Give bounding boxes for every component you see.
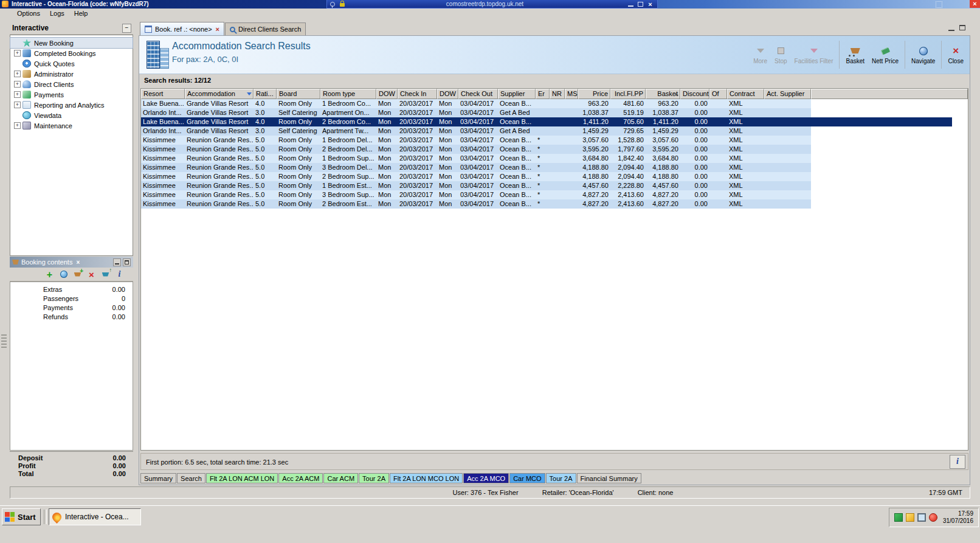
expand-icon[interactable]: +: [14, 71, 21, 77]
navigate-button[interactable]: Navigate: [908, 46, 939, 64]
table-row[interactable]: KissimmeeReunion Grande Res...5.0Room On…: [141, 199, 811, 209]
pin-icon[interactable]: [330, 2, 335, 7]
table-row[interactable]: KissimmeeReunion Grande Res...5.0Room On…: [141, 163, 811, 172]
table-row[interactable]: KissimmeeReunion Grande Res...5.0Room On…: [141, 190, 811, 199]
facilities-filter-button[interactable]: Facilities Filter: [791, 46, 837, 64]
close-panel-icon[interactable]: ×: [76, 259, 80, 266]
nett-price-button[interactable]: Nett Price: [868, 46, 902, 64]
bottom-tab-acc-2a-mco[interactable]: Acc 2A MCO: [463, 473, 509, 483]
session-close-button[interactable]: ×: [970, 0, 980, 8]
expand-icon[interactable]: +: [14, 102, 21, 108]
expand-icon[interactable]: +: [14, 81, 21, 88]
sidebar-item-reporting-and-analytics[interactable]: +Reporting and Analytics: [10, 100, 133, 110]
bottom-tab-search[interactable]: Search: [177, 473, 205, 483]
expand-icon[interactable]: +: [14, 122, 21, 129]
table-row[interactable]: KissimmeeReunion Grande Res...5.0Room On…: [141, 136, 811, 145]
column-header-basket[interactable]: Basket: [646, 89, 680, 99]
table-row[interactable]: KissimmeeReunion Grande Res...5.0Room On…: [141, 172, 811, 181]
fullscreen-icon[interactable]: [936, 1, 942, 8]
rdp-minimize-button[interactable]: [627, 1, 635, 7]
sidebar-item-payments[interactable]: +Payments: [10, 89, 133, 100]
sidebar-item-completed-bookings[interactable]: +Completed Bookings: [10, 48, 133, 58]
column-header-ms[interactable]: MS: [565, 89, 578, 99]
more-button[interactable]: More: [750, 46, 771, 64]
sidebar-item-viewdata[interactable]: Viewdata: [10, 110, 133, 120]
security-icon[interactable]: [906, 513, 914, 522]
alarm-icon[interactable]: [929, 513, 937, 522]
tab-close-icon[interactable]: ×: [216, 26, 219, 33]
bottom-tab-tour-2a[interactable]: Tour 2A: [546, 473, 576, 483]
bottom-tab-car-acm[interactable]: Car ACM: [323, 473, 358, 483]
menu-item-logs[interactable]: Logs: [45, 9, 69, 19]
sidebar-item-maintenance[interactable]: +Maintenance: [10, 120, 133, 131]
table-row[interactable]: Lake Buena...Grande Villas Resort4.0Room…: [141, 117, 952, 126]
mdi-maximize-icon[interactable]: [959, 25, 965, 30]
column-header-room-type[interactable]: Room type: [320, 89, 376, 99]
network-icon[interactable]: [894, 513, 903, 522]
world-icon[interactable]: [59, 270, 68, 279]
menu-item-help[interactable]: Help: [69, 9, 93, 19]
sidebar-item-new-booking[interactable]: New Booking: [10, 38, 133, 48]
column-header-accommodation[interactable]: Accommodation: [185, 89, 254, 99]
bottom-tab-tour-2a[interactable]: Tour 2A: [359, 473, 389, 483]
taskbar-app-button[interactable]: Interactive - Ocea...: [49, 508, 141, 525]
bottom-tab-summary[interactable]: Summary: [140, 473, 176, 483]
rdp-close-button[interactable]: ×: [646, 1, 654, 7]
add-to-basket-icon[interactable]: [73, 270, 82, 279]
rdp-connection-bar[interactable]: comostreetrdp.topdog.uk.net ×: [326, 0, 658, 9]
start-button[interactable]: Start: [2, 508, 41, 525]
info-icon[interactable]: [115, 270, 124, 279]
column-header-rati[interactable]: Rati...: [254, 89, 277, 99]
table-row[interactable]: KissimmeeReunion Grande Res...5.0Room On…: [141, 181, 811, 190]
close-button[interactable]: Close: [944, 46, 967, 64]
panel-minimize-icon[interactable]: [113, 258, 121, 266]
table-row[interactable]: Orlando Int...Grande Villas Resort3.0Sel…: [141, 108, 811, 117]
column-header-dow[interactable]: DOW: [376, 89, 398, 99]
table-row[interactable]: Lake Buena...Grande Villas Resort4.0Room…: [141, 99, 811, 108]
bottom-tab-flt-2a-lon-acm-lon[interactable]: Flt 2A LON ACM LON: [206, 473, 278, 483]
info-button[interactable]: i: [950, 455, 965, 469]
rdp-restore-button[interactable]: [637, 1, 644, 7]
add-icon[interactable]: [45, 270, 54, 279]
menu-item-options[interactable]: Options: [12, 9, 45, 19]
column-header-er[interactable]: Er: [536, 89, 550, 99]
table-row[interactable]: KissimmeeReunion Grande Res...5.0Room On…: [141, 145, 811, 154]
booking-contents-header[interactable]: Booking contents ×: [10, 257, 133, 268]
expand-icon[interactable]: +: [14, 50, 21, 57]
column-header-act-supplier[interactable]: Act. Supplier: [764, 89, 811, 99]
column-header-incl-fl-pp[interactable]: Incl.Fl.PP: [610, 89, 646, 99]
panel-maximize-icon[interactable]: [123, 258, 131, 266]
column-header-discount[interactable]: Discount: [680, 89, 709, 99]
basket-up-icon[interactable]: [101, 270, 110, 279]
stop-button[interactable]: Stop: [771, 46, 791, 64]
column-header-price[interactable]: Price: [578, 89, 610, 99]
dock-grip[interactable]: [1, 334, 7, 348]
sidebar-item-quick-quotes[interactable]: Quick Quotes: [10, 58, 133, 69]
filter-icon[interactable]: [247, 92, 252, 95]
column-header-check-out[interactable]: Check Out: [458, 89, 498, 99]
column-header-dow[interactable]: DOW: [437, 89, 458, 99]
column-header-contract[interactable]: Contract: [727, 89, 764, 99]
sidebar-item-administrator[interactable]: +Administrator: [10, 69, 133, 79]
table-row[interactable]: KissimmeeReunion Grande Res...5.0Room On…: [141, 154, 811, 163]
booking-content-row[interactable]: Passengers0: [10, 294, 133, 303]
booking-content-row[interactable]: Extras0.00: [10, 285, 133, 294]
collapse-panel-button[interactable]: −: [122, 24, 131, 33]
display-icon[interactable]: [917, 513, 926, 522]
bottom-tab-acc-2a-acm[interactable]: Acc 2A ACM: [278, 473, 323, 483]
bottom-tab-financial-summary[interactable]: Financial Summary: [577, 473, 641, 483]
column-header-nr[interactable]: NR: [550, 89, 565, 99]
mdi-minimize-icon[interactable]: [948, 25, 954, 31]
booking-content-row[interactable]: Refunds0.00: [10, 313, 133, 322]
column-header-resort[interactable]: Resort: [141, 89, 185, 99]
title-bar[interactable]: Interactive - Ocean-Florida (code: wNfyB…: [0, 0, 980, 9]
column-header-board[interactable]: Board: [277, 89, 320, 99]
sidebar-item-direct-clients[interactable]: +Direct Clients: [10, 79, 133, 89]
column-header-supplier[interactable]: Supplier: [498, 89, 536, 99]
column-header-check-in[interactable]: Check In: [398, 89, 437, 99]
column-header-of[interactable]: Of: [709, 89, 727, 99]
table-row[interactable]: Orlando Int...Grande Villas Resort3.0Sel…: [141, 126, 811, 136]
tab-direct-clients-search[interactable]: Direct Clients Search: [225, 22, 306, 35]
tab-book-ref-none[interactable]: Book. ref .: <none>×: [140, 22, 224, 35]
booking-content-row[interactable]: Payments0.00: [10, 303, 133, 313]
